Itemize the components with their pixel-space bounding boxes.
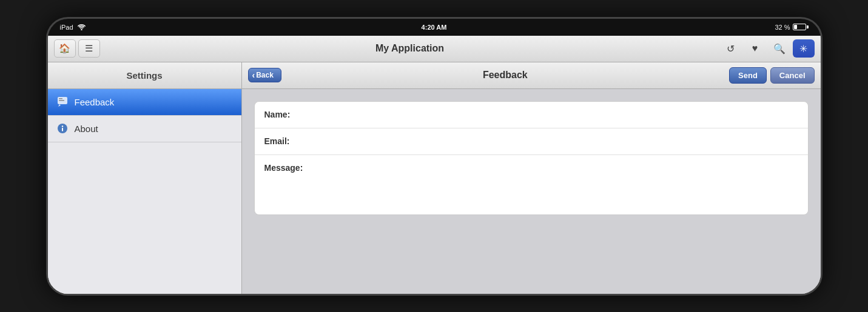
list-button[interactable]: ☰ [78, 39, 100, 58]
message-label: Message: [264, 162, 313, 173]
wifi-icon [77, 24, 86, 30]
nav-title: My Application [103, 43, 718, 54]
name-label: Name: [264, 109, 313, 119]
refresh-button[interactable]: ↺ [720, 39, 742, 58]
battery-icon [793, 24, 809, 30]
svg-point-0 [81, 29, 82, 30]
send-button[interactable]: Send [729, 67, 767, 84]
form-area: Name: Email: Message: [242, 89, 821, 294]
heart-icon: ♥ [752, 43, 758, 54]
sidebar-item-about[interactable]: About [48, 116, 241, 142]
email-label: Email: [264, 136, 313, 146]
status-time: 4:20 AM [422, 24, 447, 31]
sidebar-feedback-label: Feedback [75, 97, 115, 107]
feedback-icon [56, 96, 69, 108]
svg-rect-3 [59, 100, 64, 101]
content-area: Settings Feedback [48, 62, 821, 294]
email-input-area [313, 136, 798, 147]
detail-header-actions: Send Cancel [729, 67, 814, 84]
search-button[interactable]: 🔍 [769, 39, 790, 58]
name-row: Name: [255, 102, 808, 128]
nav-right-icons: ↺ ♥ 🔍 ✳ [720, 39, 815, 58]
home-icon: 🏠 [59, 43, 70, 54]
email-row: Email: [255, 128, 808, 155]
sidebar-list: Feedback About [48, 89, 241, 294]
svg-marker-4 [58, 104, 61, 107]
status-bar: iPad 4:20 AM 32 % [48, 19, 821, 36]
name-input-area [313, 109, 798, 120]
sidebar-item-feedback[interactable]: Feedback [48, 89, 241, 116]
cancel-button[interactable]: Cancel [770, 67, 815, 84]
message-input-area [313, 162, 798, 207]
sidebar: Settings Feedback [48, 62, 242, 294]
device-name-label: iPad [60, 24, 73, 31]
status-right: 32 % [775, 24, 808, 31]
sidebar-title: Settings [126, 70, 162, 81]
svg-point-6 [61, 125, 62, 127]
snowflake-icon: ✳ [799, 43, 807, 55]
battery-percent-label: 32 % [775, 24, 790, 31]
svg-rect-2 [59, 98, 62, 99]
detail-panel: ‹ Back Feedback Send Cancel Name: [242, 62, 821, 294]
navigation-bar: 🏠 ☰ My Application ↺ ♥ 🔍 ✳ [48, 36, 821, 62]
favorite-button[interactable]: ♥ [744, 39, 766, 58]
detail-header: ‹ Back Feedback Send Cancel [242, 62, 821, 89]
status-left: iPad [60, 24, 86, 31]
settings-button[interactable]: ✳ [793, 39, 815, 58]
message-input[interactable] [313, 162, 798, 205]
back-chevron-icon: ‹ [252, 71, 255, 79]
detail-title: Feedback [286, 70, 725, 81]
email-input[interactable] [313, 136, 798, 146]
name-input[interactable] [313, 110, 798, 119]
list-icon: ☰ [85, 43, 93, 54]
message-row: Message: [255, 155, 808, 214]
svg-rect-7 [62, 128, 63, 131]
ipad-device: iPad 4:20 AM 32 % 🏠 [46, 17, 823, 296]
sidebar-header: Settings [48, 62, 241, 89]
feedback-form: Name: Email: Message: [254, 101, 809, 215]
about-icon [56, 122, 69, 134]
search-icon: 🔍 [773, 43, 786, 55]
home-button[interactable]: 🏠 [54, 39, 76, 58]
back-label: Back [256, 71, 274, 79]
refresh-icon: ↺ [727, 43, 735, 55]
sidebar-about-label: About [75, 124, 98, 134]
ipad-screen: 🏠 ☰ My Application ↺ ♥ 🔍 ✳ [48, 36, 821, 294]
back-button[interactable]: ‹ Back [248, 68, 281, 82]
